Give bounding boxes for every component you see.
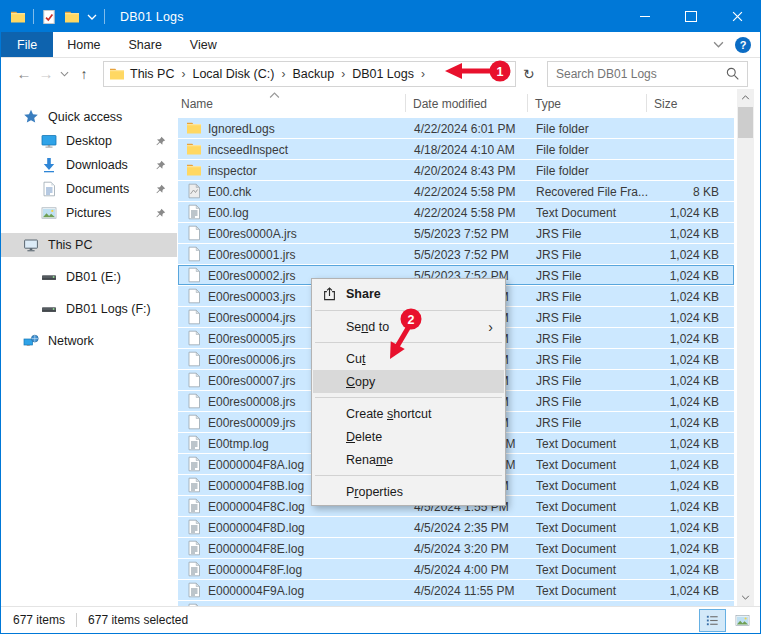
- search-icon[interactable]: [725, 66, 740, 81]
- sidebar-item-documents[interactable]: Documents: [1, 177, 177, 201]
- menu-item-rename[interactable]: Rename: [313, 448, 504, 471]
- breadcrumb-chevron-icon: ›: [281, 67, 285, 81]
- properties-qat-icon[interactable]: [41, 9, 57, 25]
- column-header-date-modified[interactable]: Date modified: [413, 97, 487, 111]
- sidebar-item-this-pc[interactable]: This PC: [1, 233, 177, 257]
- sidebar-item-label: Pictures: [66, 206, 111, 220]
- breadcrumb-bar[interactable]: This PC›Local Disk (C:)›Backup›DB01 Logs…: [103, 61, 516, 87]
- column-header-size[interactable]: Size: [654, 97, 677, 111]
- menu-item-send-to[interactable]: Send to›: [313, 315, 504, 338]
- sidebar-item-label: This PC: [48, 238, 92, 252]
- minimize-button[interactable]: [622, 1, 668, 32]
- menu-item-create-shortcut[interactable]: Create shortcut: [313, 402, 504, 425]
- breadcrumb-chevron-icon: ›: [181, 67, 185, 81]
- tab-file[interactable]: File: [1, 32, 53, 57]
- file-name: E0000004F9A.log: [208, 584, 304, 598]
- menu-item-properties[interactable]: Properties: [313, 480, 504, 503]
- file-row-e00res0000a-jrs[interactable]: E00res0000A.jrs5/5/2023 7:52 PMJRS File1…: [178, 223, 734, 243]
- scroll-down-icon[interactable]: [737, 589, 754, 606]
- file-type: JRS File: [536, 290, 581, 304]
- file-row-e0000004f8f-log[interactable]: E0000004F8F.log4/5/2024 4:00 PMText Docu…: [178, 559, 734, 579]
- pin-icon: [154, 183, 167, 196]
- column-divider[interactable]: [646, 94, 647, 112]
- share-icon: [322, 286, 337, 301]
- ribbon-expand-chevron-icon[interactable]: [713, 41, 724, 48]
- file-name: E0000004F8A.log: [208, 458, 304, 472]
- navigation-pane: Quick accessDesktopDownloadsDocumentsPic…: [1, 89, 177, 606]
- column-header-name[interactable]: Name: [181, 97, 213, 111]
- textdoc-icon: [186, 204, 202, 220]
- details-view-button[interactable]: [699, 609, 726, 632]
- file-row-e00-log[interactable]: E00.log4/22/2024 5:58 PMText Document1,0…: [178, 202, 734, 222]
- maximize-button[interactable]: [668, 1, 714, 32]
- sidebar-item-db01-e[interactable]: DB01 (E:): [1, 265, 177, 289]
- column-divider[interactable]: [405, 94, 406, 112]
- address-bar: ← → ↑ This PC›Local Disk (C:)›Backup›DB0…: [1, 58, 760, 90]
- column-header-type[interactable]: Type: [535, 97, 561, 111]
- vertical-scrollbar[interactable]: [737, 89, 754, 606]
- tab-share[interactable]: Share: [115, 32, 176, 57]
- sidebar-item-downloads[interactable]: Downloads: [1, 153, 177, 177]
- menu-item-delete[interactable]: Delete: [313, 425, 504, 448]
- file-type: JRS File: [536, 269, 581, 283]
- sidebar-item-pictures[interactable]: Pictures: [1, 201, 177, 225]
- file-row-e0000004f8e-log[interactable]: E0000004F8E.log4/5/2024 3:20 PMText Docu…: [178, 538, 734, 558]
- file-row-ignoredlogs[interactable]: IgnoredLogs4/22/2024 6:01 PMFile folder: [178, 118, 734, 138]
- back-button[interactable]: ←: [13, 65, 35, 82]
- file-size: 1,024 KB: [618, 227, 719, 241]
- sidebar-item-quick-access[interactable]: Quick access: [1, 105, 177, 129]
- sidebar-item-db01-logs-f[interactable]: DB01 Logs (F:): [1, 297, 177, 321]
- sidebar-item-network[interactable]: Network: [1, 329, 177, 353]
- file-row-inspector[interactable]: inspector4/20/2024 8:43 PMFile folder: [178, 160, 734, 180]
- recent-locations-chevron-icon[interactable]: [57, 71, 71, 77]
- breadcrumb-segment-backup[interactable]: Backup: [292, 67, 334, 81]
- tab-view[interactable]: View: [176, 32, 231, 57]
- new-folder-qat-icon[interactable]: [64, 9, 80, 25]
- menu-item-copy[interactable]: Copy: [313, 370, 504, 393]
- file-type: Text Document: [536, 500, 616, 514]
- file-date-modified: 4/5/2024 11:55 PM: [414, 584, 515, 598]
- menu-item-label: Delete: [346, 430, 382, 444]
- breadcrumb-segment-local-disk-c[interactable]: Local Disk (C:): [192, 67, 274, 81]
- menu-divider: [315, 310, 502, 311]
- file-size: 1,024 KB: [618, 437, 719, 451]
- file-date-modified: 5/5/2023 7:52 PM: [414, 248, 509, 262]
- file-row-e0000004f8d-log[interactable]: E0000004F8D.log4/5/2024 2:35 PMText Docu…: [178, 517, 734, 537]
- file-date-modified: 4/5/2024 2:35 PM: [414, 521, 509, 535]
- page-icon: [186, 330, 202, 346]
- file-type: JRS File: [536, 248, 581, 262]
- close-icon: [732, 11, 743, 22]
- file-type: File folder: [536, 122, 589, 136]
- file-name: E00res00005.jrs: [208, 332, 295, 346]
- breadcrumb-segment-db01-logs[interactable]: DB01 Logs: [352, 67, 414, 81]
- file-row-incseedinspect[interactable]: incseedInspect4/18/2024 4:10 AMFile fold…: [178, 139, 734, 159]
- file-date-modified: 4/18/2024 4:10 AM: [414, 143, 515, 157]
- sidebar-item-label: Desktop: [66, 134, 112, 148]
- file-row-e00-chk[interactable]: E00.chk4/22/2024 5:58 PMRecovered File F…: [178, 181, 734, 201]
- file-row-e0000004f9a-log[interactable]: E0000004F9A.log4/5/2024 11:55 PMText Doc…: [178, 580, 734, 600]
- close-button[interactable]: [714, 1, 760, 32]
- sidebar-item-desktop[interactable]: Desktop: [1, 129, 177, 153]
- column-divider[interactable]: [527, 94, 528, 112]
- scroll-up-icon[interactable]: [737, 89, 754, 106]
- file-name: inspector: [208, 164, 257, 178]
- page-icon: [186, 309, 202, 325]
- scrollbar-thumb[interactable]: [738, 107, 753, 138]
- breadcrumb-segment-this-pc[interactable]: This PC: [130, 67, 174, 81]
- help-button[interactable]: ?: [735, 37, 751, 53]
- file-type: File folder: [536, 164, 589, 178]
- file-size: 1,024 KB: [618, 206, 719, 220]
- forward-button[interactable]: →: [35, 65, 57, 82]
- folder-icon: [109, 66, 125, 82]
- search-input[interactable]: [548, 62, 747, 86]
- up-button[interactable]: ↑: [73, 66, 95, 82]
- menu-item-share[interactable]: Share: [313, 281, 504, 306]
- file-row-e00res00001-jrs[interactable]: E00res00001.jrs5/5/2023 7:52 PMJRS File1…: [178, 244, 734, 264]
- menu-item-cut[interactable]: Cut: [313, 347, 504, 370]
- address-dropdown-chevron-icon[interactable]: [501, 71, 511, 77]
- qat-customize-chevron-icon[interactable]: [87, 14, 97, 20]
- refresh-button[interactable]: ↻: [523, 66, 535, 82]
- tab-home[interactable]: Home: [53, 32, 114, 57]
- thumbnails-view-button[interactable]: [729, 609, 756, 632]
- file-size: 1,024 KB: [618, 269, 719, 283]
